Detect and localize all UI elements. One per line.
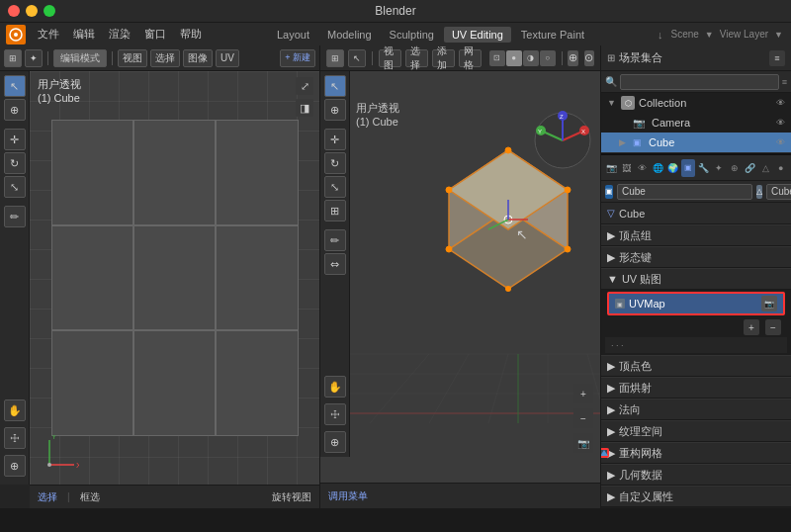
- mesh-name-input[interactable]: [766, 184, 791, 200]
- uv-tool-scale[interactable]: ⤡: [4, 176, 26, 198]
- render-shading-btn[interactable]: ○: [540, 50, 556, 66]
- prop-particles-icon[interactable]: ✦: [712, 159, 727, 177]
- workspace-texture-paint[interactable]: Texture Paint: [513, 27, 592, 43]
- vp-tool-rotate[interactable]: ↻: [324, 152, 346, 174]
- navigation-gizmo[interactable]: X Y Z: [533, 111, 592, 170]
- uv-viewport[interactable]: 用户透视 (1) Cube ⤢ ◨: [30, 71, 319, 485]
- menu-render[interactable]: 渲染: [103, 25, 136, 44]
- uv-edit-mode[interactable]: 编辑模式: [53, 49, 107, 67]
- section-vertex-groups[interactable]: ▶ 顶点组: [601, 224, 791, 246]
- prop-view-icon[interactable]: 👁: [635, 159, 650, 177]
- uv-tool-select[interactable]: ↖: [4, 75, 26, 97]
- vp-tool-move[interactable]: ✛: [324, 129, 346, 150]
- section-custom-props[interactable]: ▶ 自定义属性: [601, 486, 791, 507]
- uv-view-btn[interactable]: 视图: [118, 49, 147, 67]
- vp-tool-pan[interactable]: ☩: [324, 403, 346, 425]
- outliner-filter-btn[interactable]: ≡: [769, 50, 785, 66]
- prop-constraints-icon[interactable]: 🔗: [743, 159, 757, 177]
- uv-tool-pan[interactable]: ☩: [4, 427, 26, 449]
- prop-data-icon[interactable]: △: [758, 159, 773, 177]
- vp-tool-measure[interactable]: ⇔: [324, 253, 346, 275]
- uv-image-btn[interactable]: 图像: [183, 49, 213, 67]
- wire-shading-btn[interactable]: ⊡: [489, 50, 505, 66]
- uv-mode-btn[interactable]: ⊞: [4, 49, 22, 67]
- section-shape-keys[interactable]: ▶ 形态键: [601, 246, 791, 268]
- prop-world-icon[interactable]: 🌍: [665, 159, 680, 177]
- uv-footer-frame[interactable]: 框选: [80, 490, 100, 504]
- menu-edit[interactable]: 编辑: [67, 25, 101, 44]
- uv-map-camera-btn[interactable]: 📷: [761, 296, 777, 311]
- outliner-item-collection[interactable]: ▼ ⬡ Collection 👁: [601, 93, 791, 113]
- workspace-modeling[interactable]: Modeling: [319, 27, 380, 43]
- vp-tool-annotate[interactable]: ✏: [324, 229, 346, 251]
- material-shading-btn[interactable]: ◑: [523, 50, 539, 66]
- uv-map-add-btn[interactable]: +: [744, 319, 759, 335]
- outliner-item-camera[interactable]: 📷 Camera 👁: [601, 113, 791, 133]
- uv-select-menu[interactable]: 选择: [150, 49, 180, 67]
- minimize-button[interactable]: [26, 5, 38, 17]
- section-normals[interactable]: ▶ 法向: [601, 399, 791, 420]
- viewport-mesh-menu[interactable]: 网格: [459, 49, 482, 67]
- section-vertex-colors[interactable]: ▶ 顶点色: [601, 355, 791, 377]
- vp-tool-scale[interactable]: ⤡: [324, 176, 346, 198]
- prop-render-icon[interactable]: 📷: [604, 159, 619, 177]
- uv-tool-move[interactable]: ✛: [4, 129, 26, 150]
- uv-tool-grab[interactable]: ✋: [4, 399, 26, 421]
- uv-tool-rotate[interactable]: ↻: [4, 152, 26, 174]
- uv-footer-select[interactable]: 选择: [38, 490, 57, 504]
- viewport-select-btn[interactable]: ↖: [348, 49, 366, 67]
- prop-output-icon[interactable]: 🖼: [620, 159, 635, 177]
- section-texture-space[interactable]: ▶ 纹理空间: [601, 420, 791, 442]
- uv-new-btn[interactable]: + 新建: [280, 49, 315, 67]
- close-button[interactable]: [8, 5, 20, 17]
- overlay-btn[interactable]: ⊕: [568, 50, 577, 66]
- vp-camera-btn[interactable]: 📷: [573, 433, 593, 453]
- uv-map-remove-btn[interactable]: −: [765, 319, 781, 335]
- vp-tool-select[interactable]: ↖: [324, 75, 346, 97]
- workspace-layout[interactable]: Layout: [269, 27, 317, 43]
- solid-shading-btn[interactable]: ●: [506, 50, 522, 66]
- section-geometry-data[interactable]: ▶ 几何数据: [601, 464, 791, 486]
- uv-map-entry-0[interactable]: ▣ UVMap 📷: [607, 292, 785, 315]
- viewport-view-menu[interactable]: 视图: [379, 49, 401, 67]
- menu-file[interactable]: 文件: [32, 25, 65, 44]
- object-name-input[interactable]: [617, 184, 752, 200]
- uv-tool-annotate[interactable]: ✏: [4, 206, 26, 227]
- viewport-content[interactable]: ↖ ⊕ ✛ ↻ ⤡ ⊞ ✏ ⇔ ✋ ☩ ⊕ 用户透视 (1) Cube: [320, 71, 600, 483]
- uv-footer-rotate[interactable]: 旋转视图: [272, 490, 311, 504]
- uv-menu-btn[interactable]: UV: [216, 49, 239, 67]
- uv-tool-cursor[interactable]: ⊕: [4, 99, 26, 121]
- vp-tool-transform[interactable]: ⊞: [324, 200, 346, 222]
- viewport-select-menu[interactable]: 选择: [405, 49, 428, 67]
- section-remesh[interactable]: ▶ 重构网格: [601, 442, 791, 464]
- collection-visibility[interactable]: 👁: [776, 98, 785, 108]
- outliner-item-cube[interactable]: ▶ ▣ Cube 👁: [601, 133, 791, 152]
- prop-material-icon[interactable]: ●: [773, 159, 788, 177]
- gizmo-btn[interactable]: ⊙: [584, 50, 594, 66]
- section-uv-maps[interactable]: ▼ UV 贴图: [601, 268, 791, 290]
- vp-tool-cursor[interactable]: ⊕: [324, 99, 346, 121]
- outliner-search-input[interactable]: [620, 74, 779, 90]
- workspace-uv-editing[interactable]: UV Editing: [444, 27, 511, 43]
- menu-help[interactable]: 帮助: [174, 25, 208, 44]
- viewport-add-menu[interactable]: 添加: [432, 49, 455, 67]
- camera-visibility[interactable]: 👁: [776, 118, 785, 128]
- vp-tool-grab[interactable]: ✋: [324, 376, 346, 398]
- cube-visibility[interactable]: 👁: [776, 137, 785, 147]
- vp-zoom-in-btn[interactable]: +: [573, 384, 593, 403]
- viewport-mode-btn[interactable]: ⊞: [326, 49, 344, 67]
- prop-scene-icon[interactable]: 🌐: [651, 159, 665, 177]
- workspace-sculpting[interactable]: Sculpting: [382, 27, 442, 43]
- prop-modifier-icon[interactable]: 🔧: [696, 159, 711, 177]
- section-face-maps[interactable]: ▶ 面烘射: [601, 377, 791, 399]
- vp-tool-zoom[interactable]: ⊕: [324, 431, 346, 453]
- prop-physics-icon[interactable]: ⊕: [728, 159, 743, 177]
- viewport-footer-call[interactable]: 调用菜单: [328, 489, 368, 503]
- uv-tool-zoom[interactable]: ⊕: [4, 455, 26, 477]
- prop-object-icon[interactable]: ▣: [681, 159, 696, 177]
- maximize-button[interactable]: [44, 5, 55, 17]
- vp-zoom-out-btn[interactable]: −: [573, 408, 593, 428]
- menu-window[interactable]: 窗口: [138, 25, 172, 44]
- uv-select-btn[interactable]: ✦: [25, 49, 43, 67]
- uv-fullscreen-btn[interactable]: ⤢: [296, 77, 313, 95]
